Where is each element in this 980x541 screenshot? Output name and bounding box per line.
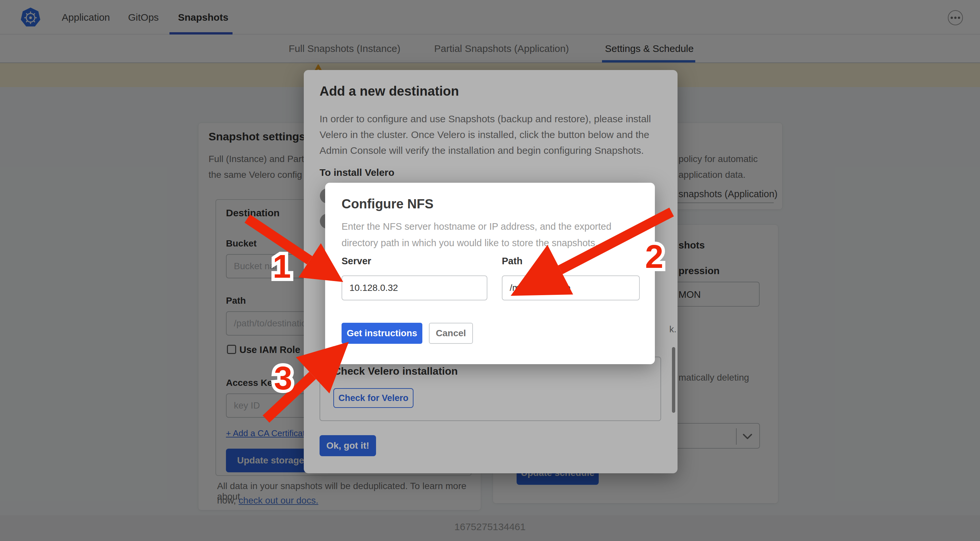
annotation-layer: 1 2 3 [0,0,980,541]
annotation-badge-2: 2 [645,238,663,275]
app-window: Application GitOps Snapshots Full Snapsh… [0,0,980,541]
annotation-badge-3: 3 [274,359,292,396]
annotation-badge-1: 1 [273,248,291,285]
annotation-arrow-1 [247,219,343,282]
